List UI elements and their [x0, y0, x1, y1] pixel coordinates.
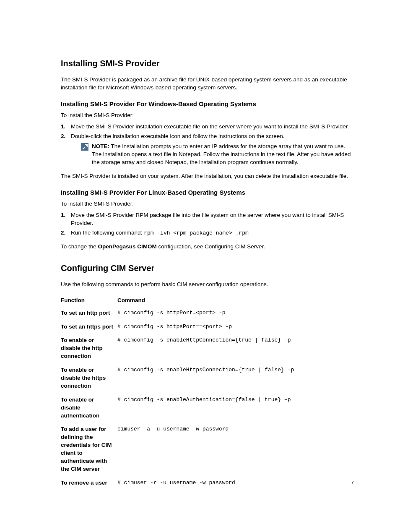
closing-c: configuration, see Configuring CIM Serve… [157, 243, 265, 250]
table-header-command: Command [117, 295, 354, 307]
note-icon [81, 143, 88, 151]
step-text: Move the SMI-S Provider installation exe… [71, 123, 349, 130]
command-cell: # cimuser -r -u username -w password [117, 477, 354, 490]
linux-step-1: 1.Move the SMI-S Provider RPM package fi… [61, 211, 354, 227]
windows-closing: The SMI-S Provider is installed on your … [61, 172, 354, 180]
step-text: Double-click the installation executable… [71, 133, 285, 139]
windows-step-2: 2.Double-click the installation executab… [61, 133, 354, 167]
table-row: To add a user for defining the credentia… [61, 423, 354, 476]
closing-b: OpenPegasus CIMOM [98, 243, 157, 250]
cim-intro: Use the following commands to perform ba… [61, 281, 354, 289]
function-cell: To set an https port [61, 321, 117, 334]
intro-paragraph: The SMI-S Provider is packaged as an arc… [61, 76, 354, 92]
function-cell: To set an http port [61, 307, 117, 321]
heading-cim: Configuring CIM Server [61, 263, 354, 273]
function-cell: To enable or disable the http connection [61, 334, 117, 364]
command-cell: cimuser -a -u username -w password [117, 423, 354, 476]
table-row: To enable or disable the http connection… [61, 334, 354, 364]
note-label: NOTE: [92, 143, 109, 149]
function-cell: To enable or disable the https connectio… [61, 364, 117, 394]
command-cell: # cimconfig -s httpPort=<port> -p [117, 307, 354, 321]
windows-step-1: 1.Move the SMI-S Provider installation e… [61, 123, 354, 131]
heading-windows: Installing SMI-S Provider For Windows-Ba… [61, 100, 354, 107]
linux-closing: To change the OpenPegasus CIMOM configur… [61, 243, 354, 251]
step-text-a: Run the following command: [71, 229, 144, 236]
table-header-function: Function [61, 295, 117, 307]
windows-intro: To install the SMI-S Provider: [61, 112, 354, 120]
table-row: To set an http port# cimconfig -s httpPo… [61, 307, 354, 321]
table-row: To enable or disable the https connectio… [61, 364, 354, 394]
linux-step-2: 2.Run the following command: rpm -ivh <r… [61, 229, 354, 237]
table-row: To remove a user# cimuser -r -u username… [61, 477, 354, 490]
closing-a: To change the [61, 243, 98, 250]
step-code: rpm -ivh <rpm package name> .rpm [144, 230, 249, 236]
cim-table: Function Command To set an http port# ci… [61, 295, 354, 490]
note-body: The installation prompts you to enter an… [92, 143, 351, 165]
command-cell: # cimconfig -s enableHttpConnection={tru… [117, 334, 354, 364]
linux-intro: To install the SMI-S Provider: [61, 200, 354, 208]
function-cell: To remove a user [61, 477, 117, 490]
heading-installing: Installing SMI-S Provider [61, 59, 354, 68]
note-block: NOTE: The installation prompts you to en… [81, 143, 354, 167]
note-text: NOTE: The installation prompts you to en… [92, 143, 354, 167]
page-number: 7 [351, 480, 354, 486]
step-text: Move the SMI-S Provider RPM package file… [71, 212, 344, 226]
function-cell: To add a user for defining the credentia… [61, 423, 117, 476]
windows-steps: 1.Move the SMI-S Provider installation e… [61, 123, 354, 167]
function-cell: To enable or disable authentication [61, 394, 117, 423]
command-cell: # cimconfig -s httpsPort==<port> -p [117, 321, 354, 334]
table-row: To enable or disable authentication# cim… [61, 394, 354, 423]
heading-linux: Installing SMI-S Provider For Linux-Base… [61, 189, 354, 196]
command-cell: # cimconfig -s enableHttpsConnection={tr… [117, 364, 354, 394]
command-cell: # cimconfig -s enableAuthentication={fal… [117, 394, 354, 423]
table-row: To set an https port# cimconfig -s https… [61, 321, 354, 334]
linux-steps: 1.Move the SMI-S Provider RPM package fi… [61, 211, 354, 237]
